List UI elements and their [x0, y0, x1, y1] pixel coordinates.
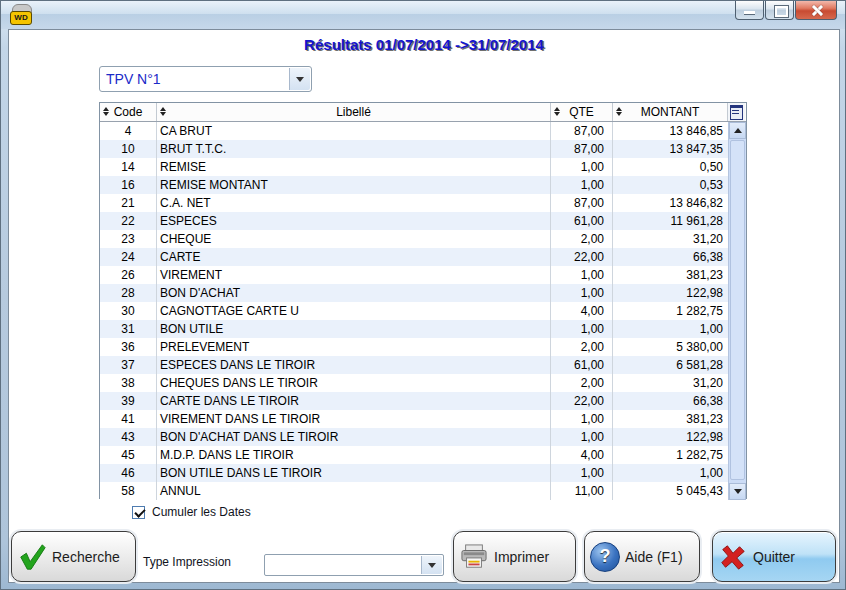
minimize-icon	[744, 11, 755, 14]
cumuler-dates-option[interactable]: Cumuler les Dates	[132, 505, 251, 519]
table-row[interactable]: 4CA BRUT87,0013 846,85	[100, 122, 728, 140]
tpv-select[interactable]: TPV N°1	[99, 66, 312, 92]
cell-qte: 22,00	[551, 392, 613, 410]
cell-libelle: M.D.P. DANS LE TIROIR	[157, 446, 551, 464]
table-header: Code Libellé QTE MONTANT	[100, 103, 746, 122]
cell-montant: 1 282,75	[613, 446, 728, 464]
cell-libelle: REMISE MONTANT	[157, 176, 551, 194]
titlebar[interactable]: WD	[1, 1, 845, 29]
cell-qte: 87,00	[551, 140, 613, 158]
column-header-libelle[interactable]: Libellé	[157, 103, 551, 121]
table-row[interactable]: 39CARTE DANS LE TIROIR22,0066,38	[100, 392, 728, 410]
table-row[interactable]: 16REMISE MONTANT1,000,53	[100, 176, 728, 194]
cell-libelle: VIREMENT DANS LE TIROIR	[157, 410, 551, 428]
arrow-down-icon	[734, 489, 742, 494]
cell-montant: 5 045,43	[613, 482, 728, 500]
table-row[interactable]: 37ESPECES DANS LE TIROIR61,006 581,28	[100, 356, 728, 374]
cell-libelle: PRELEVEMENT	[157, 338, 551, 356]
cumuler-dates-checkbox[interactable]	[132, 506, 145, 519]
table-row[interactable]: 28BON D'ACHAT1,00122,98	[100, 284, 728, 302]
maximize-button[interactable]	[765, 1, 794, 20]
cell-montant: 1 282,75	[613, 302, 728, 320]
sort-icon[interactable]	[101, 105, 110, 118]
type-impression-arrow[interactable]	[421, 556, 442, 574]
cell-code: 36	[100, 338, 157, 356]
arrow-up-icon	[734, 128, 742, 133]
table-row[interactable]: 43BON D'ACHAT DANS LE TIROIR1,00122,98	[100, 428, 728, 446]
cell-montant: 0,53	[613, 176, 728, 194]
close-icon	[811, 5, 823, 15]
type-impression-select[interactable]	[264, 554, 444, 576]
cell-libelle: CHEQUE	[157, 230, 551, 248]
recherche-button[interactable]: Recherche	[11, 531, 136, 582]
column-header-montant[interactable]: MONTANT	[613, 103, 728, 121]
cell-libelle: CHEQUES DANS LE TIROIR	[157, 374, 551, 392]
cell-qte: 2,00	[551, 338, 613, 356]
cell-code: 23	[100, 230, 157, 248]
vertical-scrollbar[interactable]	[728, 122, 746, 500]
help-question-icon: ?	[590, 542, 620, 572]
cell-code: 58	[100, 482, 157, 500]
cell-libelle: C.A. NET	[157, 194, 551, 212]
table-options-icon	[730, 105, 743, 120]
table-options-corner[interactable]	[728, 103, 745, 121]
column-header-code[interactable]: Code	[100, 103, 157, 121]
table-row[interactable]: 30CAGNOTTAGE CARTE U4,001 282,75	[100, 302, 728, 320]
cell-code: 43	[100, 428, 157, 446]
window-controls	[735, 1, 837, 20]
tpv-select-value: TPV N°1	[106, 67, 161, 91]
sort-icon[interactable]	[158, 105, 167, 118]
table-row[interactable]: 23CHEQUE2,0031,20	[100, 230, 728, 248]
table-row[interactable]: 46BON UTILE DANS LE TIROIR1,001,00	[100, 464, 728, 482]
scroll-up-button[interactable]	[729, 122, 746, 139]
table-row[interactable]: 22ESPECES61,0011 961,28	[100, 212, 728, 230]
chevron-down-icon	[296, 77, 304, 82]
table-row[interactable]: 45M.D.P. DANS LE TIROIR4,001 282,75	[100, 446, 728, 464]
sort-icon[interactable]	[614, 105, 623, 118]
table-row[interactable]: 24CARTE22,0066,38	[100, 248, 728, 266]
tpv-select-arrow[interactable]	[289, 68, 310, 90]
table-row[interactable]: 36PRELEVEMENT2,005 380,00	[100, 338, 728, 356]
recherche-label: Recherche	[52, 549, 120, 565]
table-row[interactable]: 38CHEQUES DANS LE TIROIR2,0031,20	[100, 374, 728, 392]
cell-code: 30	[100, 302, 157, 320]
cell-code: 24	[100, 248, 157, 266]
cell-qte: 87,00	[551, 122, 613, 140]
close-button[interactable]	[795, 1, 837, 20]
table-row[interactable]: 10BRUT T.T.C.87,0013 847,35	[100, 140, 728, 158]
quitter-label: Quitter	[753, 549, 795, 565]
app-window: WD Résultats 01/07/2014 ->31/07/2014 TPV…	[0, 0, 846, 590]
cell-montant: 11 961,28	[613, 212, 728, 230]
aide-button[interactable]: ? Aide (F1)	[584, 531, 700, 582]
cell-code: 28	[100, 284, 157, 302]
cell-montant: 1,00	[613, 320, 728, 338]
sort-icon[interactable]	[552, 105, 561, 118]
table-row[interactable]: 14REMISE1,000,50	[100, 158, 728, 176]
cell-libelle: VIREMENT	[157, 266, 551, 284]
type-impression-label: Type Impression	[143, 555, 231, 569]
minimize-button[interactable]	[735, 1, 764, 20]
imprimer-label: Imprimer	[494, 549, 549, 565]
table-row[interactable]: 58ANNUL11,005 045,43	[100, 482, 728, 500]
cell-qte: 1,00	[551, 158, 613, 176]
cell-montant: 6 581,28	[613, 356, 728, 374]
table-row[interactable]: 31BON UTILE1,001,00	[100, 320, 728, 338]
table-row[interactable]: 41VIREMENT DANS LE TIROIR1,00381,23	[100, 410, 728, 428]
cell-libelle: CARTE	[157, 248, 551, 266]
cell-code: 10	[100, 140, 157, 158]
table-row[interactable]: 26VIREMENT1,00381,23	[100, 266, 728, 284]
column-header-qte[interactable]: QTE	[551, 103, 613, 121]
imprimer-button[interactable]: Imprimer	[453, 531, 576, 582]
cell-qte: 4,00	[551, 302, 613, 320]
green-check-icon	[12, 542, 52, 572]
cell-qte: 2,00	[551, 374, 613, 392]
scrollbar-thumb[interactable]	[730, 140, 745, 480]
cell-qte: 1,00	[551, 410, 613, 428]
cell-code: 16	[100, 176, 157, 194]
cell-code: 22	[100, 212, 157, 230]
quitter-button[interactable]: Quitter	[712, 531, 836, 582]
cell-montant: 13 846,85	[613, 122, 728, 140]
cell-libelle: REMISE	[157, 158, 551, 176]
scroll-down-button[interactable]	[729, 483, 746, 500]
table-row[interactable]: 21C.A. NET87,0013 846,82	[100, 194, 728, 212]
